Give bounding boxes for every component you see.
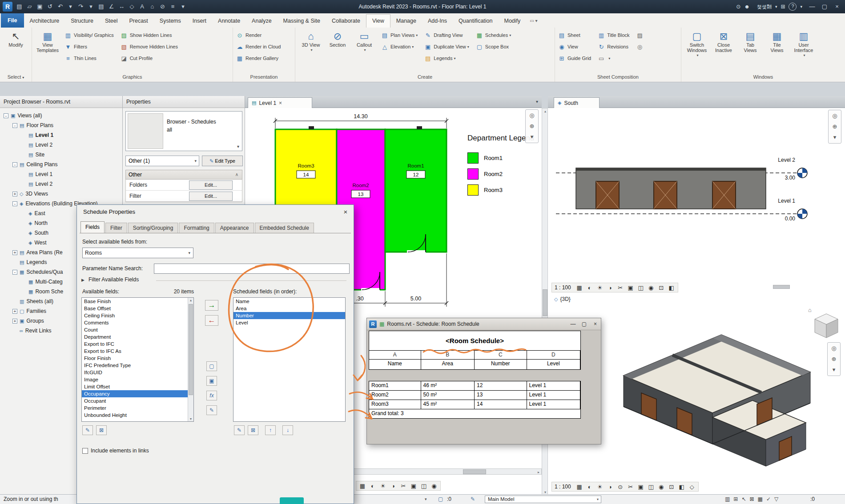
sheet-options-button[interactable]: ▭▾ xyxy=(597,52,629,64)
collapse-icon[interactable]: - xyxy=(12,270,17,275)
level-2-datum-head[interactable] xyxy=(797,168,807,178)
render-button[interactable]: ⊙Render xyxy=(236,29,281,41)
field-occupancy[interactable]: Occupancy xyxy=(82,390,188,397)
field-base-finish[interactable]: Base Finish xyxy=(82,298,188,305)
panel-label-presentation[interactable]: Presentation xyxy=(233,73,295,82)
tile-views-button[interactable]: ▦TileViews xyxy=(764,29,790,58)
column-letter-d[interactable]: D xyxy=(527,351,580,359)
type-selector[interactable]: Browser - Schedules all ▾ xyxy=(125,111,242,151)
panel-label-windows[interactable]: Windows xyxy=(681,73,845,82)
filters-button[interactable]: ▼Filters xyxy=(64,41,114,52)
search-icon[interactable]: ⊙ xyxy=(736,4,740,10)
select-pinned-icon[interactable]: ⊠ xyxy=(749,496,754,502)
visual-style-icon[interactable]: ◐ xyxy=(369,483,376,489)
reveal-hidden-icon[interactable]: ◉ xyxy=(648,284,655,291)
expand-icon[interactable]: + xyxy=(12,319,17,324)
edit-field-button[interactable]: ✎ xyxy=(82,425,93,435)
add-field-button[interactable]: → xyxy=(205,300,218,311)
cell-level-1[interactable]: Level 1 xyxy=(527,381,580,390)
drafting-view-button[interactable]: ✎Drafting View xyxy=(424,29,469,41)
field-comments[interactable]: Comments xyxy=(82,319,188,326)
tab-file[interactable]: File xyxy=(1,13,24,28)
redo-dropdown-icon[interactable]: ▾ xyxy=(86,0,96,13)
temporary-hide-icon[interactable]: ◫ xyxy=(637,284,644,291)
crop-view-icon[interactable]: ✂ xyxy=(400,483,407,489)
tab-add-ins[interactable]: Add-Ins xyxy=(422,14,453,28)
view-scale[interactable]: 1 : 100 xyxy=(555,484,571,490)
tab-structure[interactable]: Structure xyxy=(65,14,99,28)
scroll-right-icon[interactable]: ▸ xyxy=(536,470,541,474)
view-scale[interactable]: 1 : 100 xyxy=(555,284,571,291)
analytical-model-icon[interactable]: ◇ xyxy=(688,484,696,490)
column-header-name[interactable]: Name xyxy=(369,360,421,369)
cell-name-1[interactable]: Room1 xyxy=(369,381,421,390)
user-dropdown-icon[interactable]: ▾ xyxy=(775,4,777,9)
dialog-tab-appearance[interactable]: Appearance xyxy=(215,223,254,233)
visibility-graphics-button[interactable]: ▥Visibility/ Graphics xyxy=(64,29,114,41)
dimension-top[interactable]: 14.30 xyxy=(354,113,367,120)
expand-icon[interactable]: + xyxy=(12,192,17,196)
visual-style-icon[interactable]: ◐ xyxy=(586,284,593,291)
field-ceiling-finish[interactable]: Ceiling Finish xyxy=(82,312,188,319)
scroll-up-icon[interactable]: ▴ xyxy=(543,109,548,113)
switch-windows-button[interactable]: ▢SwitchWindows▾ xyxy=(684,29,710,58)
schedule-properties-dialog[interactable]: Schedule Properties × FieldsFilterSortin… xyxy=(76,204,354,504)
elevation-door[interactable] xyxy=(654,181,677,209)
tab-annotate[interactable]: Annotate xyxy=(212,14,246,28)
scroll-up-icon[interactable]: ▴ xyxy=(188,298,193,302)
modify-button[interactable]: ↖ Modify xyxy=(3,29,29,48)
help-dropdown-icon[interactable]: ▾ xyxy=(800,4,802,9)
parameter-search-input[interactable] xyxy=(154,264,350,274)
view-templates-button[interactable]: ▦ View Templates xyxy=(35,29,60,53)
worksharing-display-icon[interactable]: ⊞ xyxy=(733,496,738,502)
schedule-window-title-bar[interactable]: R ▦ Rooms.rvt - Schedule: Room Schedule … xyxy=(367,318,601,330)
cell-number-2[interactable]: 13 xyxy=(475,391,527,400)
schedule-window[interactable]: R ▦ Rooms.rvt - Schedule: Room Schedule … xyxy=(366,318,601,444)
restore-button[interactable]: ▢ xyxy=(818,0,831,13)
tab-views-button[interactable]: ▤TabViews xyxy=(737,29,763,58)
tree-item-level-1[interactable]: ▤Level 1 xyxy=(0,169,122,179)
redo-icon[interactable]: ↷ xyxy=(76,0,86,13)
tab-precast[interactable]: Precast xyxy=(123,14,153,28)
close-inactive-button[interactable]: ⊠CloseInactive xyxy=(711,29,736,58)
tree-item-views-all[interactable]: -▣Views (all) xyxy=(0,111,122,120)
cell-number-1[interactable]: 12 xyxy=(475,381,527,390)
cell-name-3[interactable]: Room3 xyxy=(369,400,421,409)
properties-header[interactable]: Properties xyxy=(123,96,245,108)
drag-on-selection-icon[interactable]: ✓ xyxy=(766,496,771,502)
workset-value[interactable]: :0 xyxy=(447,496,451,502)
undo-dropdown-icon[interactable]: ▾ xyxy=(65,0,76,13)
room1-area[interactable] xyxy=(385,129,447,252)
scheduled-field-name[interactable]: Name xyxy=(233,298,345,305)
south-elevation-canvas[interactable]: Level 2 3.00 Level 1 0.00 ◎⊕▾ 1 : 100 ▦◐… xyxy=(548,108,845,294)
duplicate-view-button[interactable]: ▣Duplicate View▾ xyxy=(424,41,469,52)
select-links-icon[interactable]: ↖ xyxy=(741,496,746,502)
level-1-datum-head[interactable] xyxy=(797,209,807,219)
shadows-icon[interactable]: ◑ xyxy=(607,484,614,490)
field-base-offset[interactable]: Base Offset xyxy=(82,305,188,312)
level-2-label[interactable]: Level 2 xyxy=(755,157,795,163)
move-up-button[interactable]: ↑ xyxy=(265,425,276,435)
dimension-bottom-right[interactable]: 5.00 xyxy=(410,296,421,302)
cell-level-2[interactable]: Level 1 xyxy=(527,391,580,400)
delete-scheduled-field-button[interactable]: ⊠ xyxy=(248,425,258,435)
field-export-to-ifc[interactable]: Export to IFC xyxy=(82,340,188,348)
tag-by-category-icon[interactable]: ◇ xyxy=(127,0,137,13)
zoom-button[interactable]: ⊕ xyxy=(829,354,839,364)
crop-region-icon[interactable]: ▣ xyxy=(627,284,634,291)
panel-label-select[interactable]: Select ▾ xyxy=(0,73,32,82)
properties-filter-dropdown[interactable]: Other (1) ▾ xyxy=(125,156,199,166)
tab-architecture[interactable]: Architecture xyxy=(24,14,65,28)
default-3d-view-icon[interactable]: ⌂ xyxy=(147,0,157,13)
field-ifcguid[interactable]: IfcGUID xyxy=(82,369,188,376)
sun-path-icon[interactable]: ☀ xyxy=(379,483,386,489)
type-selector-dropdown-icon[interactable]: ▾ xyxy=(237,144,239,149)
navigation-wheel-button[interactable]: ◎ xyxy=(829,111,840,121)
field-unbounded-height[interactable]: Unbounded Height xyxy=(82,412,188,419)
viewcube-home-icon[interactable]: ⌂ xyxy=(808,307,812,313)
crop-view-icon[interactable]: ✂ xyxy=(627,484,634,490)
help-icon[interactable]: ? xyxy=(789,3,797,11)
schedules-button[interactable]: ▦Schedules▾ xyxy=(475,29,511,41)
tab-view[interactable]: View xyxy=(366,14,390,28)
close-button[interactable]: × xyxy=(590,319,601,329)
